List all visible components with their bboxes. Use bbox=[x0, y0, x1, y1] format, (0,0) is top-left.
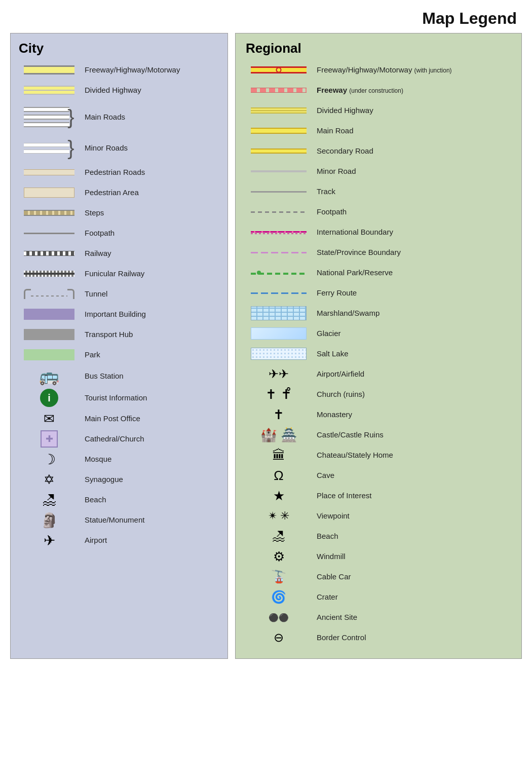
reg-ancient-site-label: Ancient Site bbox=[312, 612, 515, 622]
city-section: City Freeway/Highway/Motorway Divided Hi… bbox=[10, 33, 228, 659]
footpath-label: Footpath bbox=[80, 228, 221, 238]
steps-symbol bbox=[19, 210, 80, 216]
reg-cable-car-symbol: 🚡 bbox=[246, 570, 312, 584]
funicular-label: Funicular Railway bbox=[80, 269, 221, 279]
reg-beach-icon: 🏖 bbox=[272, 529, 285, 544]
reg-cable-car-label: Cable Car bbox=[312, 572, 515, 582]
list-item: Salt Lake bbox=[246, 345, 515, 362]
airport-icon: ✈ bbox=[44, 532, 55, 549]
statue-label: Statue/Monument bbox=[80, 515, 221, 525]
regional-section: Regional Freeway/Highway/Motorway (with … bbox=[235, 33, 522, 659]
list-item: Marshland/Swamp bbox=[246, 305, 515, 322]
list-item: Freeway (under construction) bbox=[246, 82, 515, 99]
tunnel-label: Tunnel bbox=[80, 289, 221, 299]
reg-chateau-symbol: 🏛 bbox=[246, 448, 312, 463]
reg-ferry-symbol bbox=[246, 292, 312, 294]
star-icon: ★ bbox=[273, 488, 285, 504]
envelope-icon: ✉ bbox=[44, 411, 55, 427]
bus-station-symbol: 🚌 bbox=[19, 366, 80, 386]
reg-track-symbol bbox=[246, 191, 312, 193]
post-office-symbol: ✉ bbox=[19, 411, 80, 427]
list-item: ✝ Monastery bbox=[246, 406, 515, 423]
reg-border-control-label: Border Control bbox=[312, 633, 515, 643]
list-item: ✈✈ Airport/Airfield bbox=[246, 365, 515, 383]
reg-cave-label: Cave bbox=[312, 470, 515, 480]
list-item: } Minor Roads bbox=[19, 135, 221, 161]
transport-hub-symbol bbox=[19, 329, 80, 340]
reg-freeway-symbol bbox=[246, 66, 312, 73]
reg-national-park-symbol bbox=[246, 269, 312, 277]
reg-marshland-label: Marshland/Swamp bbox=[312, 308, 515, 318]
cathedral-label: Cathedral/Church bbox=[80, 434, 221, 444]
pedestrian-area-label: Pedestrian Area bbox=[80, 188, 221, 198]
list-item: Main Road bbox=[246, 122, 515, 139]
reg-minor-road-label: Minor Road bbox=[312, 166, 515, 176]
chateau-icon: 🏛 bbox=[272, 448, 285, 463]
important-building-symbol bbox=[19, 309, 80, 320]
post-office-label: Main Post Office bbox=[80, 414, 221, 424]
airport-city-symbol: ✈ bbox=[19, 532, 80, 549]
reg-glacier-label: Glacier bbox=[312, 328, 515, 339]
synagogue-symbol: ✡ bbox=[19, 472, 80, 488]
reg-viewpoint-symbol: ✴ ✳ bbox=[246, 509, 312, 523]
reg-salt-lake-symbol bbox=[246, 348, 312, 360]
reg-secondary-road-symbol bbox=[246, 149, 312, 154]
list-item: State/Province Boundary bbox=[246, 244, 515, 261]
reg-cave-symbol: Ω bbox=[246, 468, 312, 484]
list-item: ⚙ Windmill bbox=[246, 548, 515, 565]
list-item: Freeway/Highway/Motorway (with junction) bbox=[246, 61, 515, 79]
list-item: ✝ ✝̊ Church (ruins) bbox=[246, 386, 515, 403]
list-item: Transport Hub bbox=[19, 326, 221, 343]
reg-church-symbol: ✝ ✝̊ bbox=[246, 387, 312, 402]
reg-intl-boundary-symbol bbox=[246, 230, 312, 234]
list-item: Secondary Road bbox=[246, 142, 515, 160]
main-roads-symbol: } bbox=[19, 107, 80, 127]
freeway-label: Freeway/Highway/Motorway bbox=[80, 65, 221, 75]
reg-monastery-label: Monastery bbox=[312, 410, 515, 420]
park-symbol bbox=[19, 349, 80, 360]
crescent-icon: ☽ bbox=[43, 451, 56, 468]
reg-state-boundary-label: State/Province Boundary bbox=[312, 247, 515, 257]
list-item: ★ Place of Interest bbox=[246, 487, 515, 504]
list-item: ☽ Mosque bbox=[19, 451, 221, 468]
transport-hub-label: Transport Hub bbox=[80, 329, 221, 340]
list-item: Important Building bbox=[19, 306, 221, 323]
railway-symbol bbox=[19, 251, 80, 256]
list-item: Funicular Railway bbox=[19, 265, 221, 282]
crater-icon: 🌀 bbox=[271, 590, 286, 604]
mosque-label: Mosque bbox=[80, 454, 221, 464]
beach-city-symbol: 🏖 bbox=[19, 492, 80, 508]
list-item: ✚ Cathedral/Church bbox=[19, 430, 221, 448]
list-item: Railway bbox=[19, 245, 221, 262]
important-building-label: Important Building bbox=[80, 309, 221, 319]
list-item: National Park/Reserve bbox=[246, 264, 515, 281]
list-item: ✴ ✳ Viewpoint bbox=[246, 507, 515, 525]
brace-minor-roads: } bbox=[67, 138, 74, 158]
list-item: Freeway/Highway/Motorway bbox=[19, 61, 221, 79]
list-item: Ferry Route bbox=[246, 284, 515, 302]
reg-footpath-symbol bbox=[246, 211, 312, 213]
bus-icon: 🚌 bbox=[39, 366, 59, 386]
windmill-icon: ⚙ bbox=[273, 549, 285, 565]
reg-place-interest-label: Place of Interest bbox=[312, 491, 515, 501]
reg-state-boundary-symbol bbox=[246, 252, 312, 253]
beach-city-label: Beach bbox=[80, 495, 221, 505]
reg-glacier-symbol bbox=[246, 327, 312, 340]
reg-church-label: Church (ruins) bbox=[312, 389, 515, 399]
reg-freeway-label: Freeway/Highway/Motorway (with junction) bbox=[312, 65, 515, 75]
reg-windmill-symbol: ⚙ bbox=[246, 549, 312, 565]
list-item: 🚌 Bus Station bbox=[19, 366, 221, 386]
steps-label: Steps bbox=[80, 208, 221, 218]
list-item: ⊖ Border Control bbox=[246, 629, 515, 646]
city-title: City bbox=[19, 41, 221, 56]
reg-border-control-symbol: ⊖ bbox=[246, 631, 312, 645]
bus-station-label: Bus Station bbox=[80, 371, 221, 381]
cathedral-symbol: ✚ bbox=[19, 430, 80, 448]
info-icon: i bbox=[48, 392, 51, 404]
list-item: Footpath bbox=[19, 225, 221, 242]
reg-beach-label: Beach bbox=[312, 531, 515, 541]
list-item: Divided Highway bbox=[19, 82, 221, 99]
tunnel-symbol bbox=[19, 289, 80, 299]
list-item: i Tourist Information bbox=[19, 389, 221, 407]
park-label: Park bbox=[80, 350, 221, 360]
